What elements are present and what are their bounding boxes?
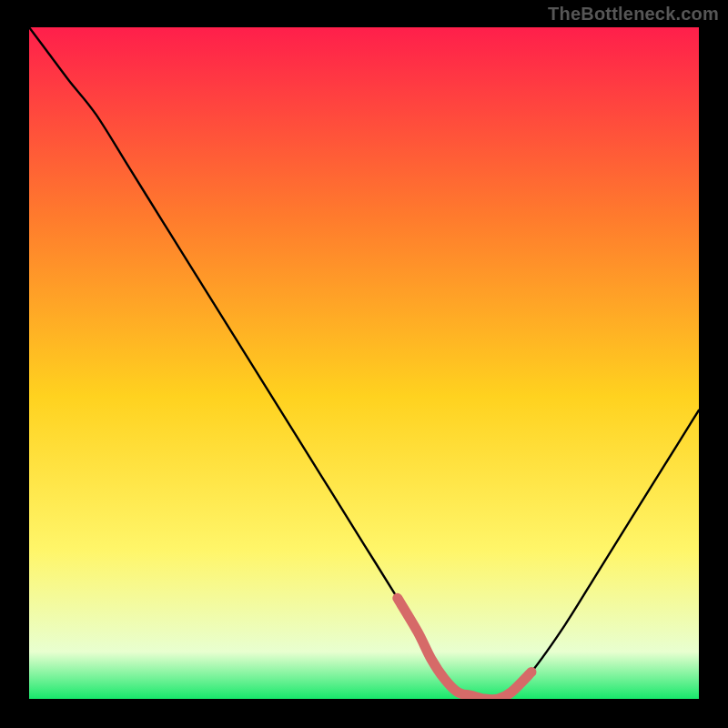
plot-area (29, 27, 699, 699)
watermark-text: TheBottleneck.com (548, 4, 719, 25)
bottleneck-plot (29, 27, 699, 699)
chart-frame: TheBottleneck.com (0, 0, 728, 728)
gradient-background (29, 27, 699, 699)
